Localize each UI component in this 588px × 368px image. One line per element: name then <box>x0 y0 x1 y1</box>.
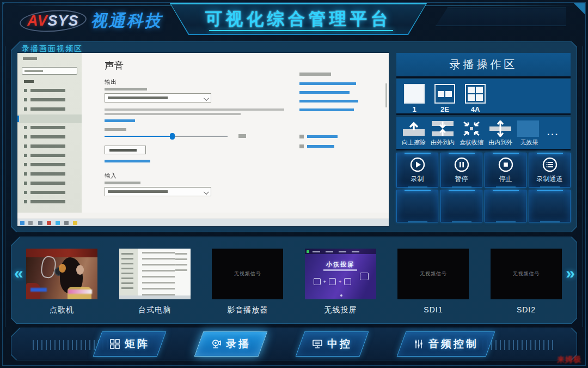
transition-label: 由内到外 <box>488 138 512 147</box>
volume-label <box>105 128 126 131</box>
logo: AVSYS 视通科技 <box>22 10 163 32</box>
layout-label: 4A <box>471 105 480 113</box>
help-icon <box>299 135 304 138</box>
source-wireless-cast[interactable]: 小沃投屏 ++ 无线投屏 <box>305 249 376 315</box>
title-underline <box>209 30 393 31</box>
source-label: 台式电脑 <box>119 305 191 315</box>
inside-out-icon <box>488 120 512 137</box>
stop-button[interactable]: 停止 <box>485 153 526 188</box>
layout-button-4a[interactable]: 4A <box>465 84 486 113</box>
troubleshoot-button <box>105 146 146 154</box>
settings-search-input <box>22 67 77 75</box>
settings-sidebar-section <box>24 80 34 83</box>
layout-row: 1 2E 4A <box>396 79 571 115</box>
audio-control-icon <box>413 339 424 349</box>
transition-outside-in[interactable]: 由外到内 <box>431 120 455 147</box>
empty-control-cell[interactable] <box>529 190 571 222</box>
source-media-player[interactable]: 无视频信号 影音播放器 <box>212 249 283 315</box>
empty-control-cell[interactable] <box>396 190 438 222</box>
karaoke-thumbnail <box>26 249 97 299</box>
related-link <box>299 82 356 85</box>
settings-home-bar <box>23 57 37 60</box>
transition-label: 无效果 <box>520 138 538 147</box>
empty-control-cell[interactable] <box>440 190 482 222</box>
settings-sidebar-items <box>30 89 65 209</box>
layout-button-1[interactable]: 1 <box>404 84 425 113</box>
nav-matrix-button[interactable]: 矩阵 <box>97 331 162 357</box>
matrix-icon <box>109 339 120 349</box>
logo-av-text: AV <box>27 13 48 29</box>
feedback-link <box>307 145 334 148</box>
layout-single-icon <box>404 84 425 104</box>
nav-recording-button[interactable]: 录播 <box>199 331 263 357</box>
transition-row: 向上擦除 由外到内 盒状收缩 由内到外 <box>396 117 571 150</box>
source-label: 影音播放器 <box>212 305 283 315</box>
transition-wipe-up[interactable]: 向上擦除 <box>402 120 426 147</box>
scrollbar <box>385 83 387 107</box>
settings-link <box>105 119 135 122</box>
stop-icon <box>498 156 514 173</box>
logo-sys-text: SYS <box>48 13 79 29</box>
settings-caption <box>105 182 140 184</box>
app-window: AVSYS 视通科技 可视化综合管理平台 录播画面视频区 声音 输出 <box>0 0 588 368</box>
search-icon <box>28 221 33 225</box>
related-link <box>299 108 354 111</box>
record-channel-button[interactable]: 录制通道 <box>529 153 571 188</box>
control-label: 录制 <box>411 174 424 184</box>
source-karaoke[interactable]: 点歌机 <box>26 249 97 315</box>
source-label: 无线投屏 <box>305 305 376 315</box>
nav-audio-control-button[interactable]: 音频控制 <box>401 331 491 357</box>
layout-label: 2E <box>440 105 449 113</box>
record-button[interactable]: 录制 <box>396 153 438 188</box>
wipe-up-icon <box>402 120 426 137</box>
cast-title: 小沃投屏 <box>305 261 376 269</box>
manage-devices-link <box>105 160 150 162</box>
settings-input-section: 输入 <box>105 172 117 180</box>
volume-slider-fill <box>105 136 172 137</box>
layout-4-grid-icon <box>465 84 486 104</box>
volume-slider-thumb <box>170 133 175 140</box>
transition-label: 向上擦除 <box>402 138 426 147</box>
related-settings-header <box>299 73 331 76</box>
source-label: SDI1 <box>397 305 469 314</box>
app-header: AVSYS 视通科技 可视化综合管理平台 <box>0 0 588 39</box>
source-sdi2[interactable]: 无视频信号 SDI2 <box>491 249 562 315</box>
source-sdi1[interactable]: 无视频信号 SDI1 <box>397 249 469 315</box>
transition-box-shrink[interactable]: 盒状收缩 <box>460 120 483 147</box>
settings-page-title: 声音 <box>105 59 124 72</box>
control-label: 停止 <box>499 174 512 184</box>
transition-none[interactable]: 无效果 <box>517 120 541 147</box>
empty-control-cell[interactable] <box>485 190 526 222</box>
scroll-right-button[interactable]: » <box>566 265 575 281</box>
volume-value <box>238 134 246 138</box>
settings-paragraph <box>105 108 284 111</box>
nav-label: 中控 <box>327 337 352 351</box>
help-link <box>307 135 338 138</box>
no-signal-text: 无视频信号 <box>420 270 447 277</box>
nav-label: 矩阵 <box>125 337 150 351</box>
scroll-left-button[interactable]: « <box>14 265 23 281</box>
source-desktop[interactable]: 台式电脑 <box>119 249 191 315</box>
settings-paragraph <box>105 113 241 115</box>
settings-output-section: 输出 <box>105 78 117 86</box>
more-transitions-button[interactable]: ··· <box>547 130 559 140</box>
app-icon <box>64 221 69 225</box>
source-label: SDI2 <box>491 305 562 314</box>
recording-operation-panel: 录播操作区 1 2E 4A 向上擦除 <box>396 53 571 225</box>
settings-sidebar-icons <box>24 89 27 209</box>
app-icon <box>56 221 60 225</box>
recording-preview-screen[interactable]: 声音 输出 输入 <box>17 53 389 226</box>
output-device-dropdown <box>105 93 211 102</box>
settings-sidebar-active-item <box>17 114 82 123</box>
bottom-nav: 矩阵 录播 中控 音频控制 <box>0 331 588 357</box>
page-title: 可视化综合管理平台 <box>205 8 391 31</box>
central-control-icon <box>312 339 323 349</box>
nav-central-control-button[interactable]: 中控 <box>300 331 364 357</box>
transition-inside-out[interactable]: 由内到外 <box>488 120 512 147</box>
pause-button[interactable]: 暂停 <box>440 153 482 188</box>
outside-in-icon <box>431 120 455 137</box>
title-plate-inner: 可视化综合管理平台 <box>171 4 426 34</box>
layout-button-2e[interactable]: 2E <box>434 84 455 113</box>
avsys-logo: AVSYS <box>22 11 84 31</box>
taskview-icon <box>38 221 42 225</box>
